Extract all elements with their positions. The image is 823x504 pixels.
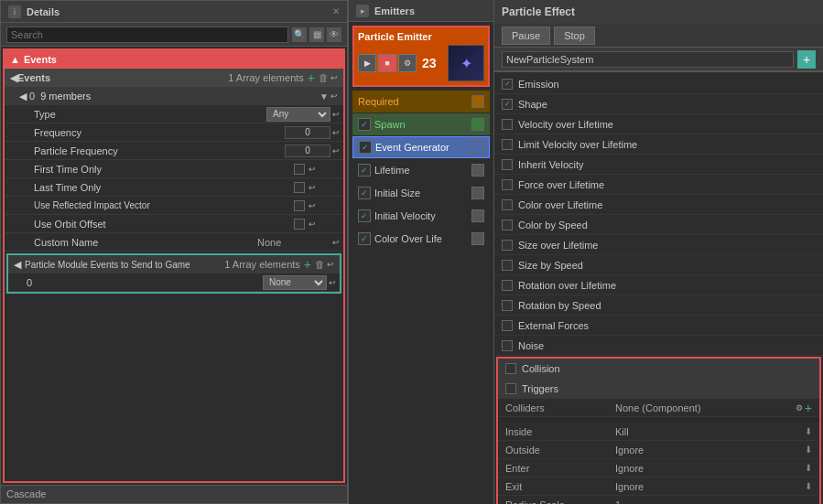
outside-dropdown[interactable]: ⬇ (805, 445, 812, 455)
add-particle-button[interactable]: + (797, 50, 816, 69)
collision-content: Colliders None (Component) ⚙ + Inside Ki… (498, 399, 819, 504)
initial-size-icon (471, 187, 484, 199)
module-initial-size[interactable]: ✓ Initial Size (352, 182, 490, 204)
exit-label: Exit (505, 481, 615, 492)
events-header[interactable]: ▲ Events (5, 50, 343, 69)
module-color-over-life[interactable]: ✓ Color Over Life (352, 228, 490, 250)
details-title: Details (27, 6, 60, 17)
last-time-checkbox[interactable]: ↩ (294, 182, 340, 193)
size-lifetime-label: Size over Lifetime (518, 240, 816, 251)
module-vel-lifetime[interactable]: Velocity over Lifetime (494, 114, 823, 134)
modules-list: ✓ Emission ✓ Shape Velocity over Lifetim… (494, 72, 823, 504)
module-inherit-vel[interactable]: Inherit Velocity (494, 155, 823, 175)
emitter-card: Particle Emitter ▶ ■ ⚙ 23 ✦ (352, 26, 490, 87)
eye-icon[interactable]: 👁 (327, 27, 341, 42)
emitter-icon-3[interactable]: ⚙ (398, 54, 417, 72)
frequency-reset[interactable]: ↩ (332, 128, 340, 137)
triggers-header[interactable]: Triggers (498, 379, 819, 399)
colliders-add[interactable]: + (805, 401, 812, 415)
members-row: ◀ 0 9 members ▼ ↩ (5, 87, 343, 105)
module-color-speed[interactable]: Color by Speed (494, 215, 823, 235)
custom-name-row: Custom Name None ↩ (5, 233, 343, 252)
radius-value: 1 (615, 499, 812, 505)
search-input[interactable] (6, 27, 288, 43)
spawn-icon (471, 118, 484, 131)
reflected-checkbox[interactable]: ↩ (294, 200, 340, 211)
event-icon (471, 141, 483, 154)
collision-section: Collision Triggers Colliders None (Compo… (496, 357, 821, 504)
colliders-settings[interactable]: ⚙ (796, 403, 803, 413)
module-size-lifetime[interactable]: Size over Lifetime (494, 235, 823, 255)
triggers-label: Triggers (522, 383, 812, 394)
module-external-forces[interactable]: External Forces (494, 316, 823, 336)
add-event-button[interactable]: + (308, 70, 315, 85)
noise-label: Noise (518, 340, 816, 351)
vel-lifetime-check (502, 119, 513, 130)
orbit-checkbox[interactable]: ↩ (294, 219, 340, 230)
type-select[interactable]: Any (266, 107, 330, 122)
first-time-checkbox[interactable]: ↩ (294, 164, 340, 175)
particle-effect-panel: Particle Effect Pause Stop + ✓ Emission … (494, 0, 823, 504)
collision-header[interactable]: Collision (498, 359, 819, 379)
inherit-vel-check (502, 159, 513, 170)
module-limit-vel[interactable]: Limit Velocity over Lifetime (494, 134, 823, 155)
delete-pm-button[interactable]: 🗑 (315, 259, 325, 270)
emitter-icon-1[interactable]: ▶ (358, 54, 376, 72)
emitter-icon-2[interactable]: ■ (378, 54, 396, 72)
events-array-header: ◀ Events 1 Array elements + 🗑 ↩ (5, 69, 343, 87)
pm-sub-reset[interactable]: ↩ (329, 278, 336, 287)
particle-name-input[interactable] (502, 51, 794, 68)
reset-pm-button[interactable]: ↩ (327, 260, 334, 269)
particle-freq-reset[interactable]: ↩ (332, 146, 340, 155)
frequency-input[interactable] (285, 126, 330, 139)
frequency-row: Frequency ↩ (5, 123, 343, 142)
cascade-label: Cascade (6, 488, 46, 499)
members-value: 9 members (40, 91, 91, 102)
module-required[interactable]: Required (352, 91, 490, 113)
type-reset[interactable]: ↩ (332, 110, 340, 119)
custom-name-reset[interactable]: ↩ (332, 238, 340, 247)
module-rotation-lifetime[interactable]: Rotation over Lifetime (494, 275, 823, 295)
module-lifetime[interactable]: ✓ Lifetime (352, 159, 490, 181)
pause-button[interactable]: Pause (502, 27, 550, 45)
cascade-footer: Cascade (1, 485, 347, 503)
limit-vel-label: Limit Velocity over Lifetime (518, 139, 816, 150)
module-event-generator[interactable]: ✓ Event Generator (352, 136, 490, 158)
module-shape[interactable]: ✓ Shape (494, 94, 823, 114)
enter-dropdown[interactable]: ⬇ (805, 463, 812, 473)
particle-module-section: ◀ Particle Module Events to Send to Game… (6, 253, 341, 294)
module-color-lifetime[interactable]: Color over Lifetime (494, 195, 823, 215)
exit-dropdown[interactable]: ⬇ (805, 481, 812, 491)
stop-button[interactable]: Stop (554, 27, 595, 45)
force-lifetime-label: Force over Lifetime (518, 179, 816, 190)
pm-sub-select[interactable]: None (263, 275, 327, 290)
delete-event-button[interactable]: 🗑 (319, 72, 329, 83)
close-icon[interactable]: ✕ (332, 6, 340, 16)
triggers-check (505, 383, 516, 394)
exit-row: Exit Ignore ⬇ (498, 477, 819, 496)
module-rotation-speed[interactable]: Rotation by Speed (494, 295, 823, 316)
grid-icon[interactable]: ▦ (309, 27, 324, 42)
colliders-row: Colliders None (Component) ⚙ + (498, 399, 819, 417)
module-force-lifetime[interactable]: Force over Lifetime (494, 175, 823, 195)
reset-members-button[interactable]: ↩ (330, 91, 338, 101)
events-array-value: 1 Array elements (228, 72, 304, 83)
module-emission[interactable]: ✓ Emission (494, 74, 823, 94)
details-header: i Details ✕ (1, 1, 347, 23)
first-time-row: First Time Only ↩ (5, 160, 343, 178)
module-size-speed[interactable]: Size by Speed (494, 255, 823, 275)
inside-row: Inside Kill ⬇ (498, 423, 819, 441)
reset-event-button[interactable]: ↩ (330, 73, 338, 82)
emitter-name: Particle Emitter (358, 31, 484, 42)
module-spawn[interactable]: ✓ Spawn (352, 113, 490, 135)
search-icon[interactable]: 🔍 (292, 27, 307, 42)
particle-freq-row: Particle Frequency ↩ (5, 142, 343, 160)
add-pm-button[interactable]: + (304, 257, 311, 272)
inside-dropdown[interactable]: ⬇ (805, 426, 812, 436)
size-speed-label: Size by Speed (518, 260, 816, 271)
module-initial-velocity[interactable]: ✓ Initial Velocity (352, 205, 490, 227)
module-noise[interactable]: Noise (494, 336, 823, 356)
color-lifetime-label: Color over Lifetime (518, 199, 816, 210)
emitters-panel: ▸ Emitters Particle Emitter ▶ ■ ⚙ 23 ✦ R… (348, 0, 494, 504)
particle-freq-input[interactable] (285, 145, 330, 157)
